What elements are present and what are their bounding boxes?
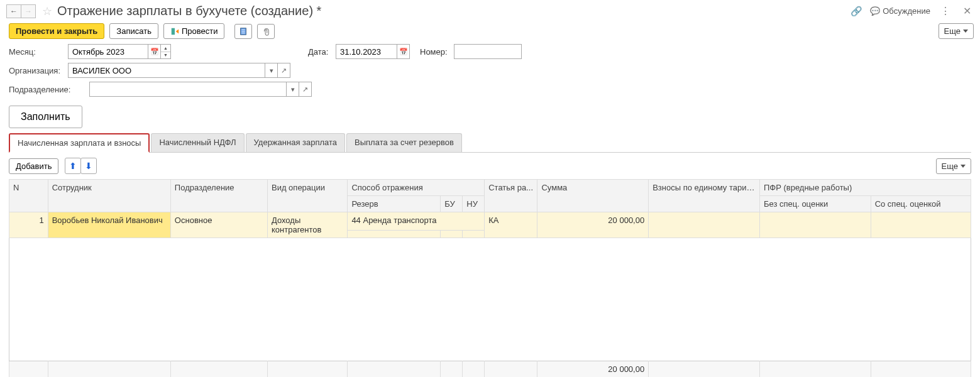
dept-open-icon[interactable]: ↗ — [299, 82, 312, 97]
cell-sum[interactable]: 20 000,00 — [537, 212, 649, 238]
month-calendar-icon[interactable]: 📅 — [148, 44, 161, 59]
chevron-down-icon — [961, 165, 966, 168]
col-fee[interactable]: Взносы по единому тарифу — [649, 180, 760, 212]
number-input[interactable] — [454, 44, 522, 59]
cell-pfr-no[interactable] — [759, 212, 871, 238]
table-footer: 20 000,00 — [9, 361, 971, 378]
col-op-type[interactable]: Вид операции — [267, 180, 347, 212]
report-button[interactable] — [234, 24, 252, 39]
col-article[interactable]: Статья ра... — [485, 180, 537, 212]
month-label: Месяц: — [9, 47, 68, 57]
page-title: Отражение зарплаты в бухучете (создание)… — [57, 4, 321, 18]
grid-empty-area[interactable] — [9, 238, 971, 361]
cell-department[interactable]: Основное — [170, 212, 267, 238]
tab-more-label: Еще — [942, 161, 958, 171]
add-row-button[interactable]: Добавить — [9, 158, 58, 174]
post-button[interactable]: Провести — [163, 23, 225, 39]
date-label: Дата: — [308, 47, 336, 57]
cell-fee[interactable] — [649, 212, 760, 238]
write-button[interactable]: Записать — [109, 23, 158, 39]
svg-rect-0 — [172, 28, 175, 35]
kebab-menu-icon[interactable]: ⋮ — [938, 5, 953, 17]
col-nu[interactable]: НУ — [463, 196, 485, 212]
tab-accrued-salary[interactable]: Начисленная зарплата и взносы — [9, 133, 150, 153]
link-icon[interactable]: 🔗 — [851, 6, 862, 17]
post-label: Провести — [182, 26, 218, 36]
nav-back-button[interactable]: ← — [6, 4, 21, 18]
col-employee[interactable]: Сотрудник — [48, 180, 170, 212]
attachment-button[interactable] — [257, 24, 275, 39]
favorite-star-icon[interactable]: ☆ — [42, 4, 52, 18]
tab-accrued-ndfl[interactable]: Начисленный НДФЛ — [151, 133, 244, 152]
cell-n[interactable]: 1 — [9, 212, 48, 238]
move-down-button[interactable]: ⬇ — [80, 158, 97, 174]
dept-input[interactable] — [89, 82, 287, 97]
paperclip-icon — [262, 27, 270, 36]
org-label: Организация: — [9, 66, 68, 75]
cell-reserve[interactable] — [348, 230, 441, 238]
col-pfr-yes[interactable]: Со спец. оценкой — [871, 196, 971, 212]
col-sum[interactable]: Сумма — [537, 180, 649, 212]
toolbar-more-label: Еще — [944, 26, 961, 36]
org-input[interactable] — [68, 63, 265, 78]
discuss-button[interactable]: 💬 Обсуждение — [870, 6, 930, 16]
tab-withheld[interactable]: Удержанная зарплата — [246, 133, 345, 152]
date-input[interactable] — [336, 44, 397, 59]
col-reserve[interactable]: Резерв — [348, 196, 441, 212]
post-and-close-button[interactable]: Провести и закрыть — [9, 23, 104, 39]
cell-op-type[interactable]: Доходы контрагентов — [267, 212, 347, 238]
cell-pfr-yes[interactable] — [871, 212, 971, 238]
col-department[interactable]: Подразделение — [170, 180, 267, 212]
dept-dropdown-icon[interactable]: ▾ — [287, 82, 299, 97]
footer-sum: 20 000,00 — [537, 361, 649, 378]
tab-more-button[interactable]: Еще — [936, 158, 971, 174]
col-reflection[interactable]: Способ отражения — [348, 180, 485, 196]
cell-nu[interactable] — [463, 230, 485, 238]
chat-icon: 💬 — [870, 6, 880, 16]
tab-reserve-pay[interactable]: Выплата за счет резервов — [346, 133, 462, 152]
discuss-label: Обсуждение — [883, 6, 930, 16]
report-icon — [239, 27, 248, 36]
cell-article[interactable]: КА — [485, 212, 537, 238]
org-open-icon[interactable]: ↗ — [278, 63, 290, 78]
cell-reflection[interactable]: 44 Аренда транспорта — [348, 212, 485, 231]
col-n[interactable]: N — [9, 180, 48, 212]
chevron-down-icon — [963, 30, 968, 33]
col-bu[interactable]: БУ — [441, 196, 463, 212]
col-pfr[interactable]: ПФР (вредные работы) — [759, 180, 971, 196]
month-input[interactable] — [68, 44, 148, 59]
cell-bu[interactable] — [441, 230, 463, 238]
post-icon — [170, 27, 179, 36]
col-pfr-no[interactable]: Без спец. оценки — [759, 196, 871, 212]
table-row[interactable]: 1 Воробьев Николай Иванович Основное Дох… — [9, 212, 971, 231]
org-dropdown-icon[interactable]: ▾ — [265, 63, 278, 78]
move-up-button[interactable]: ⬆ — [65, 158, 81, 174]
number-label: Номер: — [420, 47, 454, 57]
dept-label: Подразделение: — [9, 85, 89, 94]
close-icon[interactable]: ✕ — [961, 5, 974, 17]
toolbar-more-button[interactable]: Еще — [939, 23, 974, 39]
fill-button[interactable]: Заполнить — [9, 106, 82, 128]
cell-employee[interactable]: Воробьев Николай Иванович — [48, 212, 170, 238]
date-calendar-icon[interactable]: 📅 — [397, 44, 410, 59]
month-spinner[interactable]: ▲▼ — [161, 44, 171, 59]
nav-forward-button[interactable]: → — [21, 4, 36, 18]
